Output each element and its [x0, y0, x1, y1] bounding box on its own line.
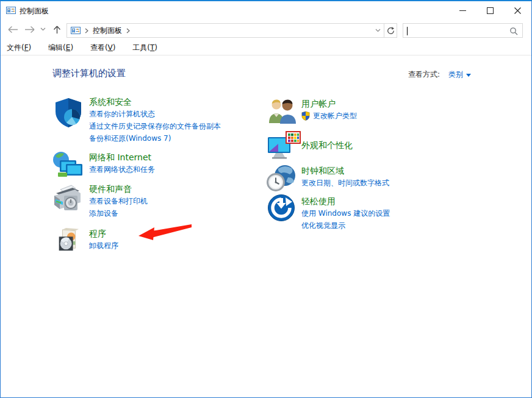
view-by-value[interactable]: 类别 — [448, 70, 463, 79]
section-network-internet: 网络和 Internet 查看网络状态和任务 — [89, 151, 155, 176]
link-change-date-time-format[interactable]: 更改日期、时间或数字格式 — [301, 177, 389, 189]
link-file-history-backup[interactable]: 通过文件历史记录保存你的文件备份副本 — [89, 120, 221, 132]
recent-locations-chevron-icon — [40, 27, 46, 31]
close-button[interactable] — [504, 1, 531, 20]
section-programs: 程序 卸载程序 — [89, 227, 118, 252]
menu-edit[interactable]: 编辑(E) — [48, 43, 73, 53]
view-by-dropdown-icon[interactable] — [466, 74, 471, 77]
category-title-ease-of-access[interactable]: 轻松使用 — [301, 195, 336, 207]
content-area: 调整计算机的设置 查看方式: 类别 系统和安全 查看你的计算机状态 通过文件历史… — [1, 55, 531, 398]
window-title: 控制面板 — [20, 6, 49, 16]
category-title-system-security[interactable]: 系统和安全 — [89, 96, 132, 108]
appearance-icon[interactable] — [267, 131, 301, 159]
forward-icon — [24, 26, 35, 34]
network-icon[interactable] — [52, 151, 84, 179]
section-clock-region: 时钟和区域 更改日期、时间或数字格式 — [301, 165, 389, 189]
search-icon[interactable] — [509, 27, 518, 35]
up-icon — [53, 25, 61, 34]
link-devices-printers[interactable]: 查看设备和打印机 — [89, 195, 148, 207]
search-box — [403, 23, 523, 38]
control-panel-window: 控制面板 — [0, 0, 532, 398]
ease-of-access-icon[interactable] — [267, 194, 295, 222]
link-change-account-type[interactable]: 更改帐户类型 — [313, 110, 357, 122]
hardware-icon[interactable] — [51, 183, 84, 215]
view-by-label: 查看方式: — [408, 70, 440, 79]
maximize-button[interactable] — [476, 1, 504, 20]
minimize-icon — [459, 7, 466, 14]
section-user-accounts: 用户帐户 更改帐户类型 — [301, 98, 357, 122]
refresh-button[interactable] — [384, 23, 397, 38]
uac-shield-icon — [301, 111, 310, 121]
category-title-network-internet[interactable]: 网络和 Internet — [89, 151, 151, 163]
refresh-icon — [387, 27, 395, 35]
recent-locations-button[interactable] — [38, 20, 47, 39]
link-network-status[interactable]: 查看网络状态和任务 — [89, 163, 155, 176]
security-icon[interactable] — [53, 97, 84, 129]
navigation-bar: 控制面板 — [1, 20, 531, 39]
category-title-programs[interactable]: 程序 — [89, 227, 106, 240]
title-bar: 控制面板 — [1, 1, 531, 20]
section-hardware-sound: 硬件和声音 查看设备和打印机 添加设备 — [89, 183, 148, 219]
view-by-control: 查看方式: 类别 — [408, 69, 471, 80]
breadcrumb-chevron-icon[interactable] — [126, 28, 130, 34]
link-windows-suggested-settings[interactable]: 使用 Windows 建议的设置 — [301, 207, 390, 219]
up-button[interactable] — [51, 20, 63, 39]
section-system-security: 系统和安全 查看你的计算机状态 通过文件历史记录保存你的文件备份副本 备份和还原… — [89, 96, 221, 144]
section-ease-of-access: 轻松使用 使用 Windows 建议的设置 优化视觉显示 — [301, 195, 390, 232]
forward-button[interactable] — [23, 20, 37, 39]
link-add-device[interactable]: 添加设备 — [89, 207, 148, 219]
menu-file[interactable]: 文件(F) — [7, 43, 31, 53]
category-title-clock-region[interactable]: 时钟和区域 — [301, 165, 344, 177]
category-title-hardware-sound[interactable]: 硬件和声音 — [89, 183, 132, 195]
breadcrumb-chevron-icon[interactable] — [85, 28, 88, 34]
breadcrumb-control-panel[interactable]: 控制面板 — [93, 26, 122, 36]
category-title-user-accounts[interactable]: 用户帐户 — [301, 98, 336, 110]
link-computer-status[interactable]: 查看你的计算机状态 — [89, 108, 221, 120]
clock-region-icon[interactable] — [267, 163, 297, 193]
address-dropdown-icon[interactable] — [372, 29, 384, 32]
link-optimize-visual-display[interactable]: 优化视觉显示 — [301, 219, 390, 232]
category-title-appearance[interactable]: 外观和个性化 — [301, 139, 353, 151]
menu-view[interactable]: 查看(V) — [90, 43, 116, 53]
user-accounts-icon[interactable] — [268, 97, 297, 124]
programs-icon[interactable] — [54, 227, 81, 253]
control-panel-icon[interactable] — [6, 5, 16, 15]
close-icon — [514, 7, 521, 14]
link-backup-restore-win7[interactable]: 备份和还原(Windows 7) — [89, 132, 221, 144]
control-panel-icon — [71, 26, 81, 35]
menu-bar: 文件(F) 编辑(E) 查看(V) 工具(T) — [1, 39, 531, 55]
maximize-icon — [487, 7, 494, 14]
link-uninstall-program[interactable]: 卸载程序 — [89, 240, 118, 252]
minimize-button[interactable] — [449, 1, 476, 20]
search-input[interactable] — [407, 25, 505, 36]
back-button[interactable] — [5, 20, 20, 39]
text-caret — [407, 27, 408, 35]
address-bar[interactable]: 控制面板 — [66, 23, 384, 38]
page-title: 调整计算机的设置 — [52, 68, 126, 79]
back-icon — [7, 26, 18, 34]
menu-tools[interactable]: 工具(T) — [132, 43, 157, 53]
section-appearance: 外观和个性化 — [301, 139, 353, 151]
